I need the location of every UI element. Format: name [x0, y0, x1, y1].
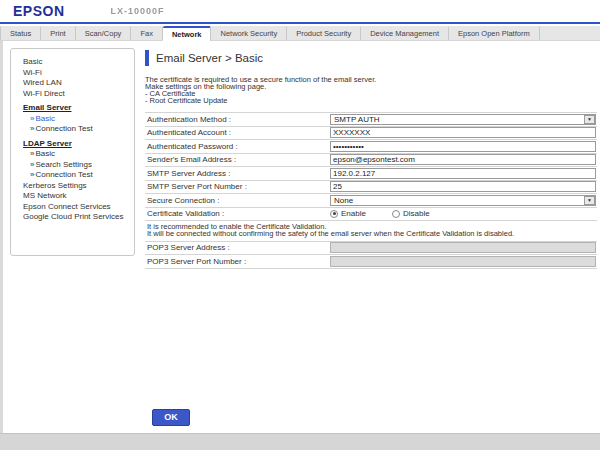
sub-bullet-icon: » — [30, 170, 34, 179]
sidebar-item-ms-network[interactable]: MS Network — [23, 191, 134, 202]
epson-logo: EPSON — [13, 3, 65, 19]
sub-bullet-icon: » — [30, 160, 34, 169]
radio-label: Disable — [403, 209, 430, 218]
main-panel: Email Server > Basic The certificate is … — [135, 41, 600, 433]
tab-epson-open-platform[interactable]: Epson Open Platform — [449, 26, 540, 40]
content-area: BasicWi-FiWired LANWi-Fi DirectEmail Ser… — [0, 41, 600, 433]
smtp-server-address-label: SMTP Server Address : — [145, 169, 330, 178]
sidebar-item-label: Basic — [35, 149, 55, 158]
sidebar-item-wired-lan[interactable]: Wired LAN — [23, 78, 134, 89]
smtp-server-port-number-input[interactable] — [330, 181, 596, 192]
radio-selected-icon — [330, 210, 338, 218]
smtp-server-port-number-control — [330, 181, 597, 192]
sidebar-item-connection-test[interactable]: »Connection Test — [23, 124, 134, 135]
sidebar-item-wi-fi[interactable]: Wi-Fi — [23, 68, 134, 79]
email-server-form: Authentication Method :SMTP AUTH▼Authent… — [145, 112, 597, 221]
authenticated-account-label: Authenticated Account : — [145, 128, 330, 137]
sidebar-nav: BasicWi-FiWired LANWi-Fi DirectEmail Ser… — [10, 48, 135, 256]
sub-bullet-icon: » — [30, 124, 34, 133]
sub-bullet-icon: » — [30, 114, 34, 123]
radio-unselected-icon — [392, 210, 400, 218]
ok-button[interactable]: OK — [152, 409, 190, 426]
sidebar-item-connection-test-2[interactable]: »Connection Test — [23, 170, 134, 181]
tab-network-security[interactable]: Network Security — [211, 26, 287, 40]
certificate-validation-control: EnableDisable — [330, 209, 597, 218]
description-line: Make settings on the following page. — [145, 83, 597, 90]
authenticated-password-label: Authenticated Password : — [145, 142, 330, 151]
certificate-validation-radio-enable[interactable]: Enable — [330, 209, 366, 218]
sidebar-item-basic-3[interactable]: »Basic — [23, 149, 134, 160]
sidebar-item-search-settings[interactable]: »Search Settings — [23, 160, 134, 171]
form-row-authentication-method: Authentication Method :SMTP AUTH▼ — [145, 113, 597, 127]
note-line: It will be connected without confirming … — [147, 231, 597, 238]
sidebar-item-kerberos-settings[interactable]: Kerberos Settings — [23, 181, 134, 192]
sender-s-email-address-label: Sender's Email Address : — [145, 155, 330, 164]
form-row-pop3-server-address: POP3 Server Address : — [145, 242, 597, 256]
page-footer — [0, 433, 600, 450]
app-header: EPSON LX-10000F — [0, 0, 600, 22]
form-row-sender-s-email-address: Sender's Email Address : — [145, 154, 597, 168]
pop3-server-port-number-input-disabled — [330, 256, 596, 267]
authenticated-account-input[interactable] — [330, 127, 596, 138]
certificate-validation-note: It is recommended to enable the Certific… — [145, 221, 597, 241]
sender-s-email-address-input[interactable] — [330, 154, 596, 165]
sidebar-item-google-cloud-print-services[interactable]: Google Cloud Print Services — [23, 212, 134, 223]
radio-label: Enable — [341, 209, 366, 218]
pop3-server-port-number-control — [330, 256, 597, 267]
tab-product-security[interactable]: Product Security — [287, 26, 361, 40]
tab-bar: StatusPrintScan/CopyFaxNetworkNetwork Se… — [0, 26, 600, 41]
sender-s-email-address-control — [330, 154, 597, 165]
secure-connection-control: None▼ — [330, 195, 597, 206]
pop3-server-address-input-disabled — [330, 242, 596, 253]
form-row-smtp-server-address: SMTP Server Address : — [145, 167, 597, 181]
authenticated-account-control — [330, 127, 597, 138]
printer-model-label: LX-10000F — [111, 6, 165, 16]
authentication-method-label: Authentication Method : — [145, 115, 330, 124]
tab-scan-copy[interactable]: Scan/Copy — [76, 26, 132, 40]
sidebar-item-basic[interactable]: Basic — [23, 57, 134, 68]
web-config-page: EPSON LX-10000F StatusPrintScan/CopyFaxN… — [0, 0, 600, 450]
pop3-server-address-control — [330, 242, 597, 253]
sidebar-item-label: Basic — [35, 114, 55, 123]
smtp-server-address-input[interactable] — [330, 168, 596, 179]
sidebar-item-email-server[interactable]: Email Server — [23, 103, 134, 114]
authentication-method-select[interactable]: SMTP AUTH▼ — [330, 114, 596, 125]
sidebar-item-label: Connection Test — [35, 124, 92, 133]
form-row-authenticated-account: Authenticated Account : — [145, 127, 597, 141]
sidebar-item-label: Connection Test — [35, 170, 92, 179]
tab-status[interactable]: Status — [0, 26, 41, 40]
authentication-method-selected-value: SMTP AUTH — [331, 115, 380, 124]
form-row-certificate-validation: Certificate Validation :EnableDisable — [145, 208, 597, 222]
sidebar-item-wi-fi-direct[interactable]: Wi-Fi Direct — [23, 89, 134, 100]
pop3-server-address-label: POP3 Server Address : — [145, 243, 330, 252]
smtp-server-address-control — [330, 168, 597, 179]
page-title-row: Email Server > Basic — [145, 50, 597, 66]
form-row-secure-connection: Secure Connection :None▼ — [145, 194, 597, 208]
smtp-server-port-number-label: SMTP Server Port Number : — [145, 182, 330, 191]
form-actions: OK — [145, 409, 597, 426]
tab-fax[interactable]: Fax — [131, 26, 163, 40]
secure-connection-label: Secure Connection : — [145, 196, 330, 205]
form-row-authenticated-password: Authenticated Password : — [145, 140, 597, 154]
page-description: The certificate is required to use a sec… — [145, 76, 597, 104]
tab-device-management[interactable]: Device Management — [361, 26, 449, 40]
sidebar-item-ldap-server[interactable]: LDAP Server — [23, 139, 134, 150]
authenticated-password-control — [330, 141, 597, 152]
sidebar-item-basic-2[interactable]: »Basic — [23, 114, 134, 125]
certificate-validation-radio-disable[interactable]: Disable — [392, 209, 430, 218]
title-accent-bar — [145, 50, 149, 66]
dropdown-arrow-icon[interactable]: ▼ — [584, 115, 595, 124]
authenticated-password-input[interactable] — [330, 141, 596, 152]
secure-connection-select[interactable]: None▼ — [330, 195, 596, 206]
dropdown-arrow-icon[interactable]: ▼ — [584, 196, 595, 205]
description-line: - Root Certificate Update — [145, 97, 597, 104]
secure-connection-selected-value: None — [331, 196, 353, 205]
tab-print[interactable]: Print — [41, 26, 75, 40]
pop3-server-port-number-label: POP3 Server Port Number : — [145, 257, 330, 266]
form-row-pop3-server-port-number: POP3 Server Port Number : — [145, 255, 597, 269]
sidebar-item-epson-connect-services[interactable]: Epson Connect Services — [23, 202, 134, 213]
sidebar-item-label: Search Settings — [35, 160, 91, 169]
authentication-method-control: SMTP AUTH▼ — [330, 114, 597, 125]
page-title: Email Server > Basic — [156, 52, 263, 64]
tab-network[interactable]: Network — [163, 26, 212, 41]
